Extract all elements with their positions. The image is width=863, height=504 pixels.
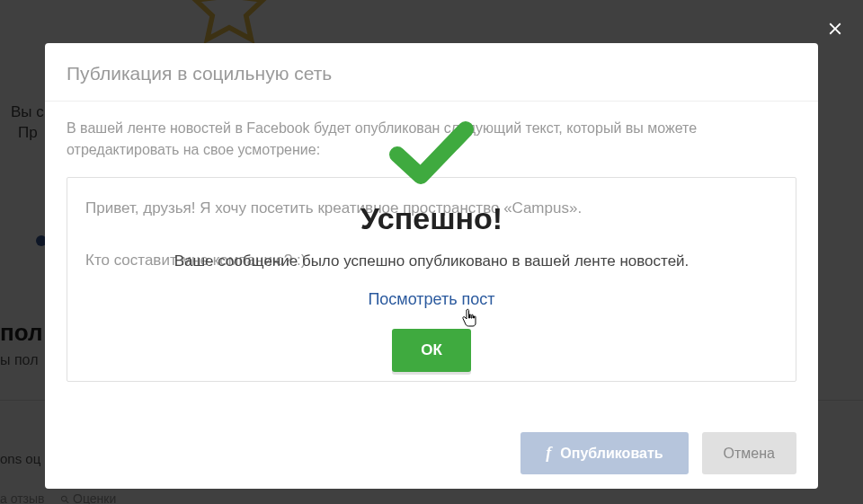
checkmark-icon <box>162 117 701 192</box>
modal-title: Публикация в социльную сеть <box>45 43 818 102</box>
success-description: Ваше сообщение было успешно опубликовано… <box>162 252 701 270</box>
view-post-link[interactable]: Посмотреть пост <box>368 290 494 309</box>
close-icon[interactable] <box>825 16 845 43</box>
success-modal: Успешно! Ваше сообщение было успешно опу… <box>144 117 719 372</box>
ok-button[interactable]: ОК <box>392 329 471 372</box>
success-title: Успешно! <box>162 201 701 236</box>
modal-footer: f Опубликовать Отмена <box>499 418 818 489</box>
cancel-button[interactable]: Отмена <box>702 432 796 474</box>
publish-button-label: Опубликовать <box>560 446 663 462</box>
publish-button[interactable]: f Опубликовать <box>520 432 688 474</box>
facebook-icon: f <box>546 444 551 463</box>
